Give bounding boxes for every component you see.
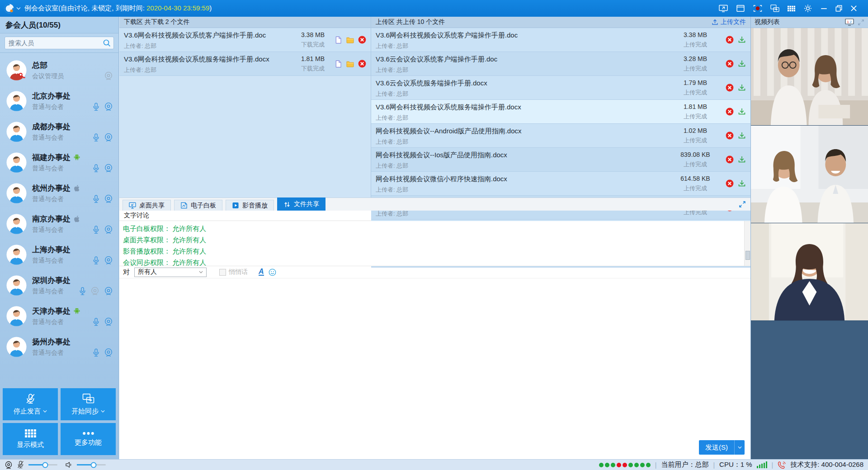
- microphone-icon[interactable]: [93, 256, 99, 265]
- camera-icon[interactable]: [104, 348, 113, 357]
- recipient-select[interactable]: 所有人: [134, 268, 207, 277]
- webcam-status-icon[interactable]: [5, 461, 13, 469]
- tab-file-share[interactable]: 文件共享: [277, 197, 326, 211]
- scrollbar-thumb[interactable]: [745, 251, 750, 260]
- close-icon[interactable]: [850, 5, 857, 12]
- layout-grid-icon[interactable]: [788, 5, 795, 12]
- upload-file-row[interactable]: V3.6云会议会议系统客户端操作手册.doc 上传者: 总部 3.28 MB上传…: [371, 52, 750, 76]
- chevron-down-icon[interactable]: [16, 7, 21, 10]
- camera-icon[interactable]: [104, 225, 113, 234]
- microphone-icon[interactable]: [93, 164, 99, 173]
- more-functions-button[interactable]: 更多功能: [61, 423, 116, 455]
- slider-knob[interactable]: [42, 462, 48, 468]
- download-icon[interactable]: [738, 132, 746, 140]
- webcam-disabled-icon[interactable]: [90, 287, 99, 296]
- settings-gear-icon[interactable]: [803, 4, 812, 13]
- camera-icon[interactable]: [104, 317, 113, 326]
- camera-icon[interactable]: [104, 71, 113, 80]
- screen-share-icon[interactable]: [719, 4, 728, 13]
- participant-row-nanjing[interactable]: 南京办事处 普通与会者: [0, 208, 118, 239]
- expand-icon[interactable]: [858, 19, 864, 26]
- delete-icon[interactable]: [726, 108, 734, 116]
- video-thumbnail-2[interactable]: [751, 126, 868, 223]
- participant-row-shenzhen[interactable]: 深圳办事处 普通与会者: [0, 270, 118, 301]
- camera-icon[interactable]: [104, 287, 113, 296]
- microphone-icon[interactable]: [93, 226, 99, 234]
- open-folder-icon[interactable]: [346, 60, 354, 68]
- download-icon[interactable]: [738, 108, 746, 116]
- upload-file-row[interactable]: V3.6云会议系统服务端操作手册.docx 上传者: 总部 1.79 MB上传完…: [371, 76, 750, 100]
- participant-row-hangzhou[interactable]: 杭州办事处 普通与会者: [0, 178, 118, 208]
- camera-icon[interactable]: [104, 133, 113, 142]
- delete-icon[interactable]: [358, 36, 366, 44]
- search-icon[interactable]: [103, 39, 111, 47]
- microphone-icon[interactable]: [93, 103, 99, 111]
- camera-icon[interactable]: [104, 102, 113, 111]
- camera-icon[interactable]: [104, 164, 113, 173]
- upload-file-row[interactable]: 网会科技视频会议--Ios版产品使用指南.docx 上传者: 总部 839.08…: [371, 148, 750, 172]
- sync-screens-icon[interactable]: [770, 4, 779, 13]
- search-input[interactable]: [5, 37, 114, 49]
- delete-icon[interactable]: [726, 60, 734, 68]
- speaker-volume-slider[interactable]: [77, 464, 106, 465]
- participant-row-chengdu[interactable]: 成都办事处 普通与会者: [0, 116, 118, 147]
- upload-file-row[interactable]: 网会科技视频会议--Android版产品使用指南.docx 上传者: 总部 1.…: [371, 124, 750, 148]
- slider-knob[interactable]: [91, 462, 97, 468]
- camera-icon[interactable]: [104, 194, 113, 203]
- send-options-arrow[interactable]: [734, 440, 745, 455]
- camera-icon[interactable]: [104, 256, 113, 265]
- microphone-icon[interactable]: [93, 195, 99, 203]
- video-thumbnail-1[interactable]: [751, 28, 868, 126]
- delete-icon[interactable]: [726, 132, 734, 140]
- tab-whiteboard[interactable]: 电子白板: [174, 200, 222, 211]
- stop-speaking-button[interactable]: 停止发言: [3, 388, 58, 420]
- microphone-icon[interactable]: [79, 287, 86, 296]
- microphone-icon[interactable]: [93, 348, 99, 357]
- participant-row-yangzhou[interactable]: 扬州办事处 普通与会者: [0, 331, 118, 362]
- upload-file-row-selected[interactable]: V3.6网会科技视频会议系统服务端操作手册.docx 上传者: 总部 1.81 …: [371, 100, 750, 124]
- display-mode-button[interactable]: 显示模式: [3, 423, 58, 455]
- whiteboard-window-icon[interactable]: [736, 4, 745, 13]
- message-input-area[interactable]: 发送(S): [119, 278, 750, 459]
- delete-icon[interactable]: [726, 36, 734, 44]
- mic-volume-slider[interactable]: [28, 464, 57, 465]
- start-sync-button[interactable]: 开始同步: [61, 388, 116, 420]
- open-folder-icon[interactable]: [346, 36, 354, 44]
- participant-row-fujian[interactable]: 福建办事处 普通与会者: [0, 147, 118, 178]
- download-icon[interactable]: [738, 84, 746, 92]
- whisper-checkbox[interactable]: 悄悄话: [219, 268, 248, 276]
- minimize-icon[interactable]: [821, 5, 827, 12]
- chat-scrollbar[interactable]: [744, 221, 750, 266]
- maximize-icon[interactable]: [835, 5, 842, 12]
- emoji-icon[interactable]: [269, 268, 276, 276]
- tab-desktop-share[interactable]: 桌面共享: [123, 200, 171, 211]
- download-icon[interactable]: [738, 36, 746, 44]
- upload-file-row[interactable]: V3.6网会科技视频会议系统客户端操作手册.doc 上传者: 总部 3.38 M…: [371, 28, 750, 52]
- download-icon[interactable]: [738, 155, 746, 164]
- send-button[interactable]: 发送(S): [699, 440, 734, 455]
- download-icon[interactable]: [738, 60, 746, 68]
- expand-icon[interactable]: [739, 201, 746, 208]
- participant-row-zongbu[interactable]: 总部 会议管理员: [0, 55, 118, 85]
- upload-file-link[interactable]: 上传文件: [712, 18, 746, 26]
- font-style-button[interactable]: A: [259, 268, 264, 276]
- record-icon[interactable]: [753, 4, 762, 13]
- delete-icon[interactable]: [726, 155, 734, 164]
- microphone-icon[interactable]: [93, 318, 99, 326]
- delete-icon[interactable]: [726, 179, 734, 188]
- participant-row-beijing[interactable]: 北京办事处 普通与会者: [0, 85, 118, 116]
- participant-row-shanghai[interactable]: 上海办事处 普通与会者: [0, 239, 118, 270]
- participant-row-tianjin[interactable]: 天津办事处 普通与会者: [0, 301, 118, 331]
- tab-media-play[interactable]: 影音播放: [226, 200, 274, 211]
- mic-muted-status-icon[interactable]: [17, 461, 24, 469]
- delete-icon[interactable]: [726, 84, 734, 92]
- microphone-icon[interactable]: [93, 133, 99, 142]
- open-file-icon[interactable]: [335, 60, 342, 68]
- open-file-icon[interactable]: [335, 36, 342, 44]
- delete-icon[interactable]: [358, 60, 366, 68]
- speaker-icon[interactable]: [65, 461, 73, 468]
- download-file-row[interactable]: V3.6网会科技视频会议系统服务端操作手册.docx 上传者: 总部 1.81 …: [119, 52, 371, 76]
- video-page-icon[interactable]: [845, 19, 854, 26]
- download-file-row[interactable]: V3.6网会科技视频会议系统客户端操作手册.doc 上传者: 总部 3.38 M…: [119, 28, 371, 52]
- video-thumbnail-3[interactable]: [751, 223, 868, 321]
